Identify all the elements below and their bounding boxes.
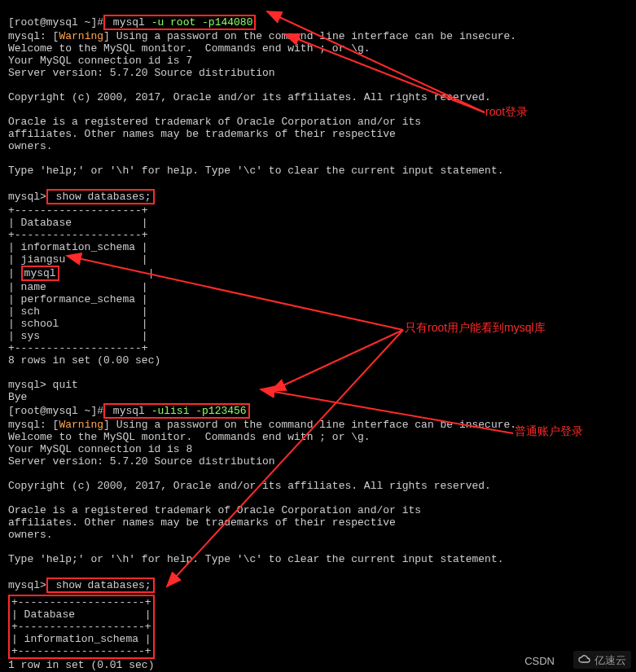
shell-prompt: [root@mysql ~]# (8, 16, 103, 29)
cmd-show-databases-box-2: show databases; (46, 578, 155, 593)
annotation-mysql-db: 只有root用户能看到mysql库 (405, 322, 546, 334)
cmd-show-databases-box: show databases; (46, 189, 155, 204)
cmd-lisi-login-box: mysql -ulisi -p123456 (103, 403, 250, 419)
brand-watermark: 亿速云 (573, 651, 631, 669)
terminal-output: [root@mysql ~]# mysql -u root -p144080 m… (0, 0, 636, 672)
cloud-icon (578, 653, 591, 666)
warning-word: Warning (59, 30, 103, 42)
csdn-watermark: CSDN (524, 655, 555, 667)
lisi-db-result-box: +--------------------+ | Database | +---… (8, 595, 155, 659)
cmd-root-login-box: mysql -u root -p144080 (103, 15, 256, 30)
annotation-normal-login: 普通账户登录 (515, 425, 583, 437)
warning-word: Warning (59, 419, 103, 431)
mysql-db-row-box: mysql (21, 266, 59, 281)
annotation-root-login: root登录 (485, 106, 528, 118)
